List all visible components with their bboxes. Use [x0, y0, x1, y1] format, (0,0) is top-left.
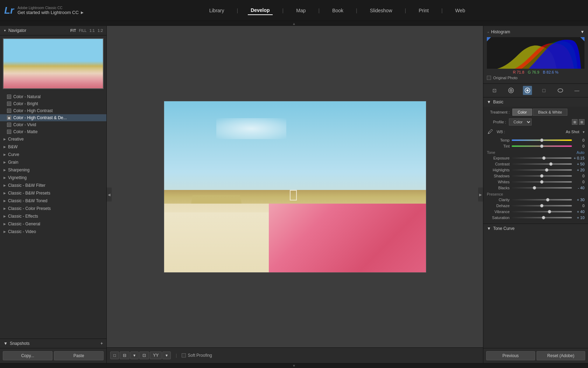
preset-group-bw[interactable]: ▶ B&W — [0, 143, 106, 151]
saturation-slider-thumb[interactable] — [542, 216, 545, 219]
treatment-bw-button[interactable]: Black & White — [533, 109, 567, 116]
collapse-left-panel-button[interactable]: ◀ — [107, 188, 112, 202]
dehaze-slider-track[interactable] — [512, 205, 572, 206]
profile-grid-icon-1[interactable]: ▦ — [572, 119, 578, 125]
list-item[interactable]: □ Color - Vivid — [0, 121, 106, 128]
exposure-slider-thumb[interactable] — [542, 156, 546, 160]
nav-print[interactable]: Print — [416, 6, 432, 15]
soft-proofing-checkbox[interactable] — [182, 353, 186, 357]
preset-group-label-classic-bwfilter: Classic - B&W Filter — [8, 183, 46, 188]
list-item[interactable]: ▦ Color - High Contrast & De... — [0, 114, 106, 121]
vibrance-slider-track[interactable] — [512, 211, 572, 212]
nav-fit[interactable]: FIT — [70, 28, 76, 33]
navigator-preview-image[interactable] — [3, 38, 104, 89]
copy-button[interactable]: Copy... — [3, 351, 52, 360]
nav-develop[interactable]: Develop — [248, 6, 272, 15]
snapshots-add-button[interactable]: + — [100, 341, 103, 346]
clarity-slider-thumb[interactable] — [546, 198, 550, 202]
list-item[interactable]: □ Color - Natural — [0, 93, 106, 100]
whites-slider-thumb[interactable] — [540, 180, 544, 184]
highlights-value: + 20 — [574, 168, 584, 172]
reset-button[interactable]: Reset (Adobe) — [537, 351, 586, 360]
vibrance-slider-thumb[interactable] — [548, 210, 551, 213]
preset-group-creative[interactable]: ▶ Creative — [0, 135, 106, 143]
wb-dropdown-icon[interactable]: ▾ — [583, 130, 584, 134]
yy2-button[interactable]: ▾ — [162, 352, 171, 359]
preset-label-natural: Color - Natural — [13, 94, 41, 99]
preset-group-classic-effects[interactable]: ▶ Classic - Effects — [0, 212, 106, 220]
collapse-right-panel-button[interactable]: ▶ — [478, 188, 483, 202]
saturation-slider-track[interactable] — [512, 217, 572, 218]
navigator-collapse-icon[interactable]: ▼ — [4, 29, 6, 32]
dehaze-slider-thumb[interactable] — [540, 204, 544, 207]
whites-slider-track[interactable] — [512, 181, 572, 183]
crop-tool-icon[interactable]: ⊡ — [490, 86, 499, 95]
highlights-slider-thumb[interactable] — [545, 168, 548, 172]
preset-group-classic-bwtoned[interactable]: ▶ Classic - B&W Toned — [0, 197, 106, 205]
wb-value[interactable]: As Shot — [566, 130, 579, 134]
nav-library[interactable]: Library — [206, 6, 227, 15]
preset-group-classic-general[interactable]: ▶ Classic - General — [0, 220, 106, 228]
nav-1-2[interactable]: 1:2 — [98, 28, 103, 33]
basic-section-header[interactable]: ▼ Basic — [483, 97, 588, 107]
histogram-collapse-icon[interactable]: ▲ — [487, 30, 490, 34]
snapshots-header[interactable]: ▼ Snapshots + — [0, 339, 106, 348]
nav-book[interactable]: Book — [329, 6, 346, 15]
contrast-slider-thumb[interactable] — [549, 162, 553, 166]
list-item[interactable]: □ Color - Bright — [0, 100, 106, 107]
spot-removal-icon[interactable] — [506, 86, 516, 95]
blacks-slider-track[interactable] — [512, 187, 572, 189]
tone-curve-header[interactable]: ▼ Tone Curve — [483, 224, 588, 233]
clarity-slider-track[interactable] — [512, 199, 572, 200]
previous-button[interactable]: Previous — [486, 351, 535, 360]
profile-grid-icon-2[interactable]: ▦ — [579, 119, 584, 125]
temp-slider-thumb[interactable] — [540, 138, 544, 142]
profile-select[interactable]: Color — [509, 118, 532, 125]
tint-slider-thumb[interactable] — [540, 144, 544, 148]
preset-group-classic-video[interactable]: ▶ Classic - Video — [0, 228, 106, 236]
nav-fill[interactable]: FILL — [79, 28, 86, 33]
highlights-slider-track[interactable] — [512, 169, 572, 171]
app-title-arrow[interactable]: ▶ — [81, 11, 84, 14]
group-arrow-classic-bwtoned: ▶ — [4, 199, 6, 203]
bottom-collapse[interactable]: ▼ — [0, 363, 588, 368]
tint-slider-track[interactable] — [512, 145, 572, 147]
shadows-slider-thumb[interactable] — [540, 174, 544, 178]
treatment-color-button[interactable]: Color — [512, 109, 532, 116]
yy-button[interactable]: YY — [150, 352, 162, 359]
radial-filter-icon[interactable] — [556, 86, 565, 95]
redeye-correction-icon[interactable] — [523, 86, 532, 95]
loupe-view-button[interactable]: □ — [110, 352, 119, 359]
paste-button[interactable]: Paste — [54, 351, 104, 360]
main-photo — [164, 101, 426, 273]
histogram-expand-icon[interactable]: ▼ — [580, 29, 584, 34]
before-after-v-button[interactable]: ▾ — [130, 352, 139, 359]
histogram-section: ▲ Histogram ▼ — [483, 26, 588, 84]
list-item[interactable]: □ Color - High Contrast — [0, 107, 106, 114]
before-after-h-button[interactable]: ⊟ — [120, 352, 130, 359]
tone-auto-button[interactable]: Auto — [576, 150, 584, 155]
preset-group-classic-bwfilter[interactable]: ▶ Classic - B&W Filter — [0, 182, 106, 189]
contrast-slider-track[interactable] — [512, 163, 572, 165]
preset-group-curve[interactable]: ▶ Curve — [0, 151, 106, 158]
list-item[interactable]: □ Color - Matte — [0, 128, 106, 135]
graduated-filter-icon[interactable]: □ — [539, 86, 548, 95]
shadows-slider-track[interactable] — [512, 175, 572, 177]
blacks-slider-thumb[interactable] — [533, 186, 536, 190]
nav-map[interactable]: Map — [293, 6, 308, 15]
preset-group-classic-bwpresets[interactable]: ▶ Classic - B&W Presets — [0, 189, 106, 197]
temp-slider-track[interactable] — [512, 139, 572, 141]
nav-web[interactable]: Web — [453, 6, 468, 15]
preset-group-vignetting[interactable]: ▶ Vignetting — [0, 174, 106, 182]
eyedropper-tool[interactable]: 🖊 — [487, 128, 494, 135]
nav-1-1[interactable]: 1:1 — [89, 28, 94, 33]
survey-view-button[interactable]: ⊡ — [139, 352, 149, 359]
preset-group-sharpening[interactable]: ▶ Sharpening — [0, 166, 106, 174]
exposure-slider-track[interactable] — [512, 157, 572, 159]
original-photo-checkbox[interactable] — [487, 76, 491, 80]
top-collapse[interactable]: ▲ — [0, 21, 588, 26]
nav-slideshow[interactable]: Slideshow — [367, 6, 395, 15]
preset-group-grain[interactable]: ▶ Grain — [0, 158, 106, 166]
adjustment-brush-icon[interactable]: — — [572, 86, 581, 95]
preset-group-classic-colorpresets[interactable]: ▶ Classic - Color Presets — [0, 205, 106, 212]
